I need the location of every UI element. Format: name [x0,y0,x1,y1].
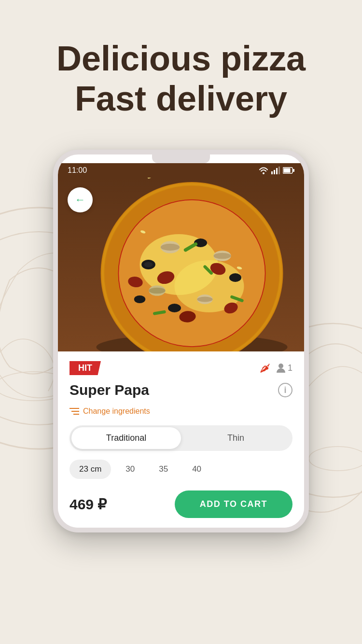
crust-traditional[interactable]: Traditional [71,427,181,449]
change-ingredients-button[interactable]: Change ingredients [70,407,292,416]
svg-point-31 [168,304,181,312]
hero-title: Delicious pizza Fast delivery [0,39,362,119]
svg-point-28 [144,262,153,267]
size-23[interactable]: 23 cm [70,460,111,479]
person-icon [276,363,286,374]
crust-thin[interactable]: Thin [181,427,291,449]
filter-icon [70,407,79,416]
status-time: 11:00 [68,166,87,175]
size-35[interactable]: 35 [149,460,178,479]
persons-count: 1 [276,363,292,374]
svg-rect-10 [284,168,291,173]
svg-point-32 [134,295,145,303]
svg-point-26 [149,288,165,294]
svg-point-4 [309,447,362,471]
svg-rect-7 [276,168,278,174]
svg-rect-8 [278,167,280,174]
pizza-image-area: ← [58,178,304,351]
battery-icon [283,167,294,174]
back-arrow-icon: ← [75,194,85,206]
svg-point-30 [229,273,241,282]
right-badges: 🌶 1 [260,362,292,375]
svg-point-24 [197,297,212,302]
size-30[interactable]: 30 [116,460,144,479]
svg-rect-11 [293,169,294,172]
size-40[interactable]: 40 [182,460,211,479]
svg-rect-6 [274,170,275,174]
content-area: Hit 🌶 1 Super Papa [58,351,304,528]
size-selector: 23 cm 30 35 40 [70,460,292,479]
info-button[interactable]: i [278,383,292,397]
phone-body: 11:00 [53,150,309,532]
badges-row: Hit 🌶 1 [70,361,292,375]
pizza-title-row: Super Papa i [70,382,292,398]
hit-badge: Hit [70,361,101,375]
bottom-row: 469 ₽ ADD TO CART [70,490,292,518]
signal-icon [271,167,280,174]
svg-point-20 [161,244,180,251]
pizza-illustration [58,178,304,351]
phone-notch [152,154,210,163]
status-bar: 11:00 [58,163,304,178]
wifi-icon [259,167,268,174]
svg-point-43 [147,178,153,179]
status-icons [259,167,294,174]
phone-mockup: 11:00 [53,150,309,532]
crust-selector: Traditional Thin [70,425,292,451]
add-to-cart-button[interactable]: ADD TO CART [175,490,292,518]
svg-point-22 [214,253,231,259]
hero-section: Delicious pizza Fast delivery [0,0,362,138]
spicy-icon: 🌶 [260,362,270,375]
svg-rect-5 [271,171,273,174]
pizza-name: Super Papa [70,382,149,398]
price-display: 469 ₽ [70,496,107,513]
back-button[interactable]: ← [68,187,93,212]
svg-point-47 [278,364,283,368]
